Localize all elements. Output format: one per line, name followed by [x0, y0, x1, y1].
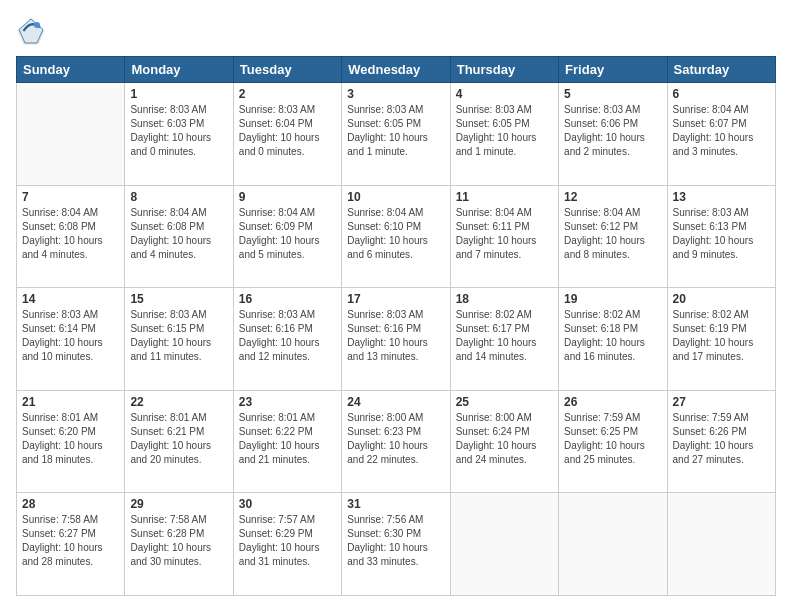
day-info: Sunrise: 7:57 AMSunset: 6:29 PMDaylight:… — [239, 513, 336, 569]
daylight-label: Daylight: 10 hours and 1 minute. — [347, 132, 428, 157]
logo — [16, 16, 50, 46]
sunrise-label: Sunrise: 8:01 AM — [130, 412, 206, 423]
day-info: Sunrise: 8:01 AMSunset: 6:22 PMDaylight:… — [239, 411, 336, 467]
sunset-label: Sunset: 6:10 PM — [347, 221, 421, 232]
day-number: 1 — [130, 87, 227, 101]
day-info: Sunrise: 8:03 AMSunset: 6:15 PMDaylight:… — [130, 308, 227, 364]
sunset-label: Sunset: 6:27 PM — [22, 528, 96, 539]
sunset-label: Sunset: 6:08 PM — [22, 221, 96, 232]
day-info: Sunrise: 7:59 AMSunset: 6:26 PMDaylight:… — [673, 411, 770, 467]
day-number: 9 — [239, 190, 336, 204]
day-info: Sunrise: 7:59 AMSunset: 6:25 PMDaylight:… — [564, 411, 661, 467]
daylight-label: Daylight: 10 hours and 18 minutes. — [22, 440, 103, 465]
svg-marker-0 — [18, 18, 45, 45]
day-info: Sunrise: 7:56 AMSunset: 6:30 PMDaylight:… — [347, 513, 444, 569]
calendar-cell: 2Sunrise: 8:03 AMSunset: 6:04 PMDaylight… — [233, 83, 341, 186]
sunrise-label: Sunrise: 8:01 AM — [239, 412, 315, 423]
day-info: Sunrise: 8:03 AMSunset: 6:14 PMDaylight:… — [22, 308, 119, 364]
sunrise-label: Sunrise: 8:02 AM — [673, 309, 749, 320]
calendar-week-5: 28Sunrise: 7:58 AMSunset: 6:27 PMDayligh… — [17, 493, 776, 596]
sunset-label: Sunset: 6:09 PM — [239, 221, 313, 232]
daylight-label: Daylight: 10 hours and 14 minutes. — [456, 337, 537, 362]
daylight-label: Daylight: 10 hours and 8 minutes. — [564, 235, 645, 260]
calendar-cell: 3Sunrise: 8:03 AMSunset: 6:05 PMDaylight… — [342, 83, 450, 186]
calendar-cell: 5Sunrise: 8:03 AMSunset: 6:06 PMDaylight… — [559, 83, 667, 186]
day-number: 19 — [564, 292, 661, 306]
daylight-label: Daylight: 10 hours and 3 minutes. — [673, 132, 754, 157]
sunrise-label: Sunrise: 8:03 AM — [564, 104, 640, 115]
day-info: Sunrise: 8:04 AMSunset: 6:10 PMDaylight:… — [347, 206, 444, 262]
day-number: 10 — [347, 190, 444, 204]
daylight-label: Daylight: 10 hours and 20 minutes. — [130, 440, 211, 465]
daylight-label: Daylight: 10 hours and 7 minutes. — [456, 235, 537, 260]
sunrise-label: Sunrise: 8:03 AM — [22, 309, 98, 320]
sunrise-label: Sunrise: 8:00 AM — [347, 412, 423, 423]
daylight-label: Daylight: 10 hours and 0 minutes. — [239, 132, 320, 157]
sunrise-label: Sunrise: 8:02 AM — [564, 309, 640, 320]
day-info: Sunrise: 8:03 AMSunset: 6:16 PMDaylight:… — [239, 308, 336, 364]
daylight-label: Daylight: 10 hours and 24 minutes. — [456, 440, 537, 465]
sunrise-label: Sunrise: 7:59 AM — [564, 412, 640, 423]
day-number: 18 — [456, 292, 553, 306]
calendar-weekday-thursday: Thursday — [450, 57, 558, 83]
daylight-label: Daylight: 10 hours and 30 minutes. — [130, 542, 211, 567]
calendar-cell: 15Sunrise: 8:03 AMSunset: 6:15 PMDayligh… — [125, 288, 233, 391]
calendar-weekday-wednesday: Wednesday — [342, 57, 450, 83]
calendar-cell — [17, 83, 125, 186]
calendar-header-row: SundayMondayTuesdayWednesdayThursdayFrid… — [17, 57, 776, 83]
sunrise-label: Sunrise: 8:01 AM — [22, 412, 98, 423]
day-number: 12 — [564, 190, 661, 204]
day-info: Sunrise: 8:04 AMSunset: 6:09 PMDaylight:… — [239, 206, 336, 262]
calendar-cell: 24Sunrise: 8:00 AMSunset: 6:23 PMDayligh… — [342, 390, 450, 493]
sunrise-label: Sunrise: 8:04 AM — [239, 207, 315, 218]
day-info: Sunrise: 8:00 AMSunset: 6:23 PMDaylight:… — [347, 411, 444, 467]
day-number: 2 — [239, 87, 336, 101]
calendar-cell: 9Sunrise: 8:04 AMSunset: 6:09 PMDaylight… — [233, 185, 341, 288]
daylight-label: Daylight: 10 hours and 11 minutes. — [130, 337, 211, 362]
daylight-label: Daylight: 10 hours and 25 minutes. — [564, 440, 645, 465]
sunrise-label: Sunrise: 8:03 AM — [239, 309, 315, 320]
day-number: 24 — [347, 395, 444, 409]
day-number: 8 — [130, 190, 227, 204]
sunset-label: Sunset: 6:08 PM — [130, 221, 204, 232]
calendar-cell — [667, 493, 775, 596]
daylight-label: Daylight: 10 hours and 1 minute. — [456, 132, 537, 157]
daylight-label: Daylight: 10 hours and 31 minutes. — [239, 542, 320, 567]
day-number: 30 — [239, 497, 336, 511]
daylight-label: Daylight: 10 hours and 12 minutes. — [239, 337, 320, 362]
sunset-label: Sunset: 6:06 PM — [564, 118, 638, 129]
sunset-label: Sunset: 6:04 PM — [239, 118, 313, 129]
day-info: Sunrise: 8:03 AMSunset: 6:03 PMDaylight:… — [130, 103, 227, 159]
daylight-label: Daylight: 10 hours and 27 minutes. — [673, 440, 754, 465]
calendar-cell: 20Sunrise: 8:02 AMSunset: 6:19 PMDayligh… — [667, 288, 775, 391]
day-info: Sunrise: 8:03 AMSunset: 6:04 PMDaylight:… — [239, 103, 336, 159]
day-number: 29 — [130, 497, 227, 511]
day-info: Sunrise: 8:04 AMSunset: 6:07 PMDaylight:… — [673, 103, 770, 159]
day-number: 17 — [347, 292, 444, 306]
day-info: Sunrise: 8:04 AMSunset: 6:08 PMDaylight:… — [22, 206, 119, 262]
sunset-label: Sunset: 6:24 PM — [456, 426, 530, 437]
calendar-cell: 19Sunrise: 8:02 AMSunset: 6:18 PMDayligh… — [559, 288, 667, 391]
daylight-label: Daylight: 10 hours and 16 minutes. — [564, 337, 645, 362]
sunrise-label: Sunrise: 7:57 AM — [239, 514, 315, 525]
day-info: Sunrise: 8:00 AMSunset: 6:24 PMDaylight:… — [456, 411, 553, 467]
calendar-cell — [559, 493, 667, 596]
calendar-cell: 1Sunrise: 8:03 AMSunset: 6:03 PMDaylight… — [125, 83, 233, 186]
sunrise-label: Sunrise: 8:03 AM — [347, 309, 423, 320]
calendar-cell: 6Sunrise: 8:04 AMSunset: 6:07 PMDaylight… — [667, 83, 775, 186]
sunrise-label: Sunrise: 8:04 AM — [130, 207, 206, 218]
calendar-cell: 23Sunrise: 8:01 AMSunset: 6:22 PMDayligh… — [233, 390, 341, 493]
day-number: 21 — [22, 395, 119, 409]
day-number: 4 — [456, 87, 553, 101]
sunrise-label: Sunrise: 8:04 AM — [673, 104, 749, 115]
daylight-label: Daylight: 10 hours and 17 minutes. — [673, 337, 754, 362]
page: SundayMondayTuesdayWednesdayThursdayFrid… — [0, 0, 792, 612]
daylight-label: Daylight: 10 hours and 9 minutes. — [673, 235, 754, 260]
sunset-label: Sunset: 6:03 PM — [130, 118, 204, 129]
day-info: Sunrise: 8:02 AMSunset: 6:19 PMDaylight:… — [673, 308, 770, 364]
sunset-label: Sunset: 6:13 PM — [673, 221, 747, 232]
day-number: 22 — [130, 395, 227, 409]
day-info: Sunrise: 8:04 AMSunset: 6:11 PMDaylight:… — [456, 206, 553, 262]
sunset-label: Sunset: 6:21 PM — [130, 426, 204, 437]
sunset-label: Sunset: 6:11 PM — [456, 221, 530, 232]
